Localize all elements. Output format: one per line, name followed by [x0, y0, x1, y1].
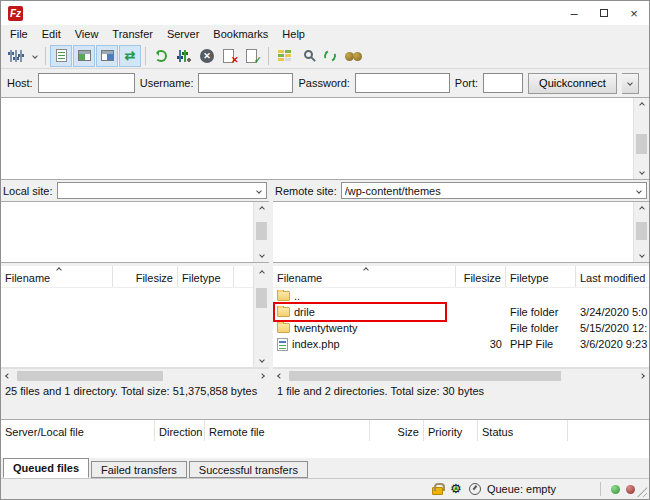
menu-bar: File Edit View Transfer Server Bookmarks… — [1, 25, 649, 43]
remote-file-list[interactable]: Filename Filesize Filetype Last modified… — [273, 266, 649, 368]
speed-limits-icon[interactable] — [469, 483, 481, 495]
port-input[interactable] — [483, 73, 523, 93]
remote-pane: Remote site: /wp-content/themes — [273, 180, 649, 400]
local-list-hscrollbar[interactable] — [1, 368, 269, 383]
file-row-index-php[interactable]: index.php 30 PHP File 3/6/2020 9:23 — [273, 336, 649, 352]
local-file-list[interactable]: Filename Filesize Filetype — [1, 266, 269, 368]
local-column-filesize[interactable]: Filesize — [113, 266, 178, 287]
find-files-button[interactable] — [342, 45, 364, 67]
local-tree-vscrollbar[interactable] — [253, 202, 269, 262]
queue-column-size[interactable]: Size — [370, 420, 424, 441]
scrollbar-thumb[interactable] — [636, 222, 647, 240]
site-manager-dropdown-button[interactable] — [28, 45, 41, 67]
site-manager-button[interactable] — [5, 45, 27, 67]
chevron-down-icon — [636, 188, 642, 194]
remote-column-filesize[interactable]: Filesize — [456, 266, 506, 287]
remote-tree-vscrollbar[interactable] — [633, 202, 649, 262]
remote-site-combobox[interactable]: /wp-content/themes — [341, 182, 647, 199]
menu-help[interactable]: Help — [275, 25, 312, 43]
local-status-text: 25 files and 1 directory. Total size: 51… — [1, 383, 269, 399]
directory-comparison-button[interactable] — [273, 45, 295, 67]
remote-list-hscrollbar[interactable] — [273, 368, 649, 383]
chevron-down-icon — [627, 80, 633, 86]
local-list-vscrollbar[interactable] — [253, 266, 269, 367]
menu-view[interactable]: View — [68, 25, 106, 43]
queue-splitter[interactable] — [1, 400, 649, 419]
scrollbar-thumb[interactable] — [256, 222, 267, 240]
remote-column-last-modified[interactable]: Last modified — [576, 266, 649, 287]
local-site-combobox[interactable] — [57, 182, 267, 199]
scrollbar-thumb[interactable] — [256, 288, 267, 308]
magnifier-icon — [304, 50, 313, 59]
tab-successful-transfers[interactable]: Successful transfers — [189, 461, 308, 478]
toggle-local-tree-button[interactable] — [73, 45, 95, 67]
cancel-operation-button[interactable] — [196, 45, 218, 67]
minimize-button[interactable]: – — [559, 1, 589, 25]
filename-filters-button[interactable] — [296, 45, 318, 67]
local-column-filename[interactable]: Filename — [1, 266, 113, 287]
remote-column-filetype[interactable]: Filetype — [506, 266, 576, 287]
maximize-button[interactable] — [589, 1, 619, 25]
queue-column-status[interactable]: Status — [478, 420, 568, 441]
menu-transfer[interactable]: Transfer — [105, 25, 160, 43]
resize-grip[interactable] — [637, 487, 647, 497]
queue-status-text: Queue: empty — [487, 483, 556, 495]
chevron-down-icon — [32, 53, 38, 59]
password-input[interactable] — [355, 73, 450, 93]
directory-comparison-icon — [278, 49, 291, 62]
file-panes: Local site: Filename — [1, 180, 649, 400]
message-log-vscrollbar[interactable] — [633, 98, 649, 179]
scroll-down-icon — [259, 357, 265, 363]
remote-column-filename[interactable]: Filename — [273, 266, 456, 287]
queue-column-priority[interactable]: Priority — [424, 420, 478, 441]
toggle-message-log-button[interactable] — [50, 45, 72, 67]
menu-edit[interactable]: Edit — [35, 25, 68, 43]
synchronized-browsing-button[interactable] — [319, 45, 341, 67]
queue-tabs: Queued files Failed transfers Successful… — [1, 458, 649, 478]
tab-failed-transfers[interactable]: Failed transfers — [91, 461, 187, 478]
toggle-transfer-queue-button[interactable]: ⇄ — [119, 45, 141, 67]
reconnect-icon — [246, 49, 261, 63]
status-bar: A Queue: empty — [1, 478, 649, 499]
scrollbar-thumb[interactable] — [17, 371, 163, 381]
auto-transfer-mode-icon[interactable]: A — [449, 482, 463, 496]
remote-tree-pane[interactable] — [273, 201, 649, 263]
local-column-filetype[interactable]: Filetype — [178, 266, 234, 287]
password-label: Password: — [298, 77, 349, 89]
folder-icon — [277, 291, 290, 301]
filter-settings-button[interactable] — [173, 45, 195, 67]
scroll-down-icon — [259, 252, 265, 258]
remote-list-header: Filename Filesize Filetype Last modified — [273, 266, 649, 288]
toggle-remote-tree-button[interactable] — [96, 45, 118, 67]
queue-column-direction[interactable]: Direction — [155, 420, 205, 441]
scroll-right-icon — [639, 373, 645, 379]
toolbar: ⇄ — [1, 43, 649, 69]
php-file-icon — [277, 338, 288, 351]
tls-lock-icon[interactable] — [432, 487, 443, 495]
queue-column-remote-file[interactable]: Remote file — [205, 420, 370, 441]
local-tree-pane[interactable] — [1, 201, 269, 263]
menu-server[interactable]: Server — [160, 25, 206, 43]
queue-list-area[interactable] — [1, 441, 649, 458]
host-input[interactable] — [38, 73, 135, 93]
scrollbar-thumb[interactable] — [636, 134, 647, 154]
queue-column-server-local-file[interactable]: Server/Local file — [1, 420, 155, 441]
disconnect-button[interactable] — [219, 45, 241, 67]
scroll-left-icon — [277, 373, 283, 379]
close-button[interactable]: × — [619, 1, 649, 25]
local-pane: Local site: Filename — [1, 180, 269, 400]
menu-file[interactable]: File — [3, 25, 35, 43]
quickconnect-button[interactable]: Quickconnect — [528, 73, 617, 94]
scrollbar-thumb[interactable] — [289, 371, 561, 381]
scroll-down-icon — [639, 252, 645, 258]
tab-queued-files[interactable]: Queued files — [3, 458, 89, 478]
quickconnect-dropdown-button[interactable] — [622, 73, 639, 94]
reconnect-button[interactable] — [242, 45, 264, 67]
menu-bookmarks[interactable]: Bookmarks — [206, 25, 275, 43]
file-row-twentytwenty[interactable]: twentytwenty File folder 5/15/2020 12: — [273, 320, 649, 336]
username-input[interactable] — [198, 73, 293, 93]
filter-settings-icon — [177, 49, 191, 63]
message-log-icon — [56, 49, 67, 62]
title-bar: Fz – × — [1, 1, 649, 25]
refresh-button[interactable] — [150, 45, 172, 67]
